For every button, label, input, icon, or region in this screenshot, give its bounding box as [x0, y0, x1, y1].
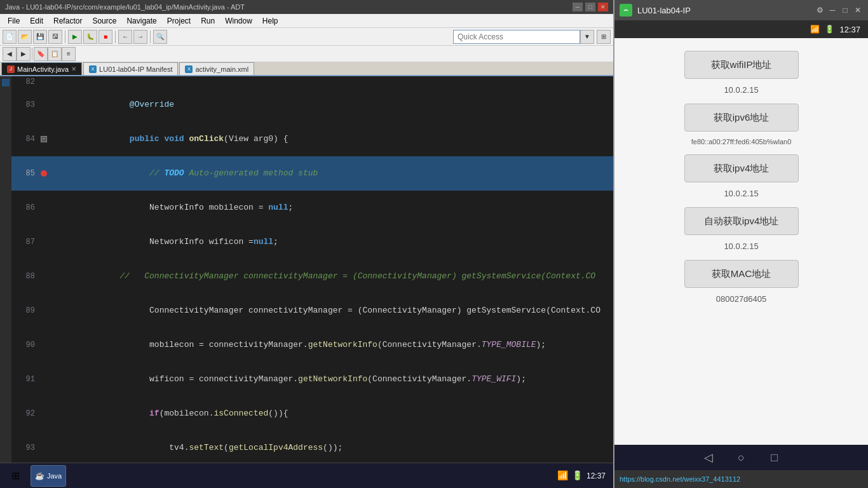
code-line-89: 89 ConnectivityManager connectivityManag…: [11, 294, 613, 328]
open-button[interactable]: 📂: [18, 30, 32, 44]
toolbar-extra1[interactable]: ⊞: [597, 30, 611, 44]
tab-close-mainactivity[interactable]: ✕: [71, 65, 76, 72]
breakpoint-85: [41, 170, 47, 177]
search-button[interactable]: 🔍: [153, 30, 167, 44]
editor-area: 82 83 @Override 84 −: [0, 76, 613, 475]
btn-wifi-ip[interactable]: 获取wifiIP地址: [684, 51, 799, 79]
menu-window[interactable]: Window: [220, 15, 257, 27]
phone-recent-btn[interactable]: □: [764, 447, 785, 468]
sep3: [150, 30, 151, 43]
wifi-status-icon: 📶: [810, 25, 820, 34]
close-button[interactable]: ✕: [598, 3, 608, 11]
menu-run[interactable]: Run: [196, 15, 220, 27]
phone-settings-button[interactable]: ⚙: [815, 6, 825, 15]
phone-app-icon: [620, 4, 632, 17]
line-num-89: 89: [11, 305, 40, 316]
code-text-83: @Override: [48, 88, 613, 122]
taskbar-app-java[interactable]: ☕ Java: [31, 465, 66, 487]
editor-left-gutter: [0, 76, 11, 475]
marker-85: [40, 170, 48, 177]
debug-button[interactable]: 🐛: [83, 30, 97, 44]
minimize-button[interactable]: ─: [573, 3, 583, 11]
menu-edit[interactable]: Edit: [25, 15, 48, 27]
stop-button[interactable]: ■: [98, 30, 112, 44]
toolbar-row1: 📄 📂 💾 🖫 ▶ 🐛 ■ ← → 🔍 ▼ ⊞: [0, 28, 613, 46]
save-all-button[interactable]: 🖫: [48, 30, 62, 44]
code-scroll[interactable]: 82 83 @Override 84 −: [11, 76, 613, 466]
code-line-85: 85 // TODO Auto-generated method stub: [11, 156, 613, 191]
bookmark-button[interactable]: 🔖: [34, 47, 48, 61]
menu-refactor[interactable]: Refactor: [48, 15, 87, 27]
tray-battery-icon: 🔋: [572, 470, 583, 481]
value-ipv6: fe80::a00:27ff:fed6:405b%wlan0: [691, 138, 792, 146]
adt-window: Java - LU01-lab04-IP/src/com/example/lu0…: [0, 0, 613, 488]
battery-status-icon: 🔋: [825, 25, 834, 34]
tray-network-icon: 📶: [557, 470, 568, 481]
outline-button[interactable]: ≡: [62, 47, 76, 61]
code-line-93: 93 tv4.setText(getLocalIpv4Address());: [11, 431, 613, 465]
new-button[interactable]: 📄: [3, 30, 17, 44]
line-num-92: 92: [11, 408, 40, 419]
code-text-89: ConnectivityManager connectivityManager …: [48, 294, 613, 328]
phone-back-btn[interactable]: ◁: [698, 447, 719, 468]
run-button[interactable]: ▶: [68, 30, 82, 44]
code-text-84: public void onClick(View arg0) {: [48, 122, 613, 156]
btn-mac[interactable]: 获取MAC地址: [684, 260, 799, 288]
code-container: 82 83 @Override 84 −: [11, 76, 613, 475]
menu-project[interactable]: Project: [162, 15, 196, 27]
code-line-86: 86 NetworkInfo mobilecon = null;: [11, 191, 613, 225]
phone-home-btn[interactable]: ○: [731, 447, 752, 468]
tab-mainactivity[interactable]: J MainActivity.java ✕: [1, 62, 82, 75]
tab-bar: J MainActivity.java ✕ X LU01-lab04-IP Ma…: [0, 62, 613, 76]
next-edit-button[interactable]: ▶: [17, 47, 31, 61]
btn-auto-ipv4[interactable]: 自动获取ipv4地址: [684, 207, 799, 235]
phone-minimize-button[interactable]: ─: [827, 6, 837, 15]
btn-ipv6[interactable]: 获取ipv6地址: [684, 104, 799, 132]
start-button[interactable]: ⊞: [3, 466, 28, 486]
tab-activity-xml[interactable]: X activity_main.xml: [179, 62, 254, 75]
title-bar: Java - LU01-lab04-IP/src/com/example/lu0…: [0, 0, 613, 14]
tab-label-manifest: LU01-lab04-IP Manifest: [99, 65, 172, 73]
phone-content: 获取wifiIP地址 10.0.2.15 获取ipv6地址 fe80::a00:…: [614, 38, 868, 445]
value-ipv4: 10.0.2.15: [724, 189, 758, 198]
line-num-87: 87: [11, 236, 40, 248]
prev-edit-button[interactable]: ◀: [3, 47, 17, 61]
toolbar-row2: ◀ ▶ 🔖 📋 ≡: [0, 46, 613, 62]
code-line-84: 84 − public void onClick(View arg0) {: [11, 122, 613, 156]
value-wifi-ip: 10.0.2.15: [724, 85, 758, 95]
menu-file[interactable]: File: [3, 15, 25, 27]
phone-close-button[interactable]: ✕: [853, 6, 863, 15]
code-text-85: // TODO Auto-generated method stub: [48, 156, 613, 191]
tab-label-activity-xml: activity_main.xml: [195, 65, 248, 73]
maximize-button[interactable]: □: [585, 3, 595, 11]
forward-button[interactable]: →: [133, 30, 147, 44]
tab-manifest[interactable]: X LU01-lab04-IP Manifest: [83, 62, 178, 75]
xml-icon: X: [185, 65, 193, 73]
collapse-84[interactable]: −: [41, 136, 47, 142]
sep4: [32, 48, 32, 60]
menu-navigate[interactable]: Navigate: [121, 15, 161, 27]
line-num-88: 88: [11, 271, 40, 282]
task-button[interactable]: 📋: [48, 47, 62, 61]
menu-help[interactable]: Help: [257, 15, 283, 27]
java-app-icon: ☕: [35, 471, 44, 480]
phone-maximize-button[interactable]: □: [840, 6, 850, 15]
btn-ipv4[interactable]: 获取ipv4地址: [684, 154, 799, 182]
gutter-marker: [2, 79, 10, 86]
phone-browser-bar: https://blog.csdn.net/weixx37_4413112: [614, 470, 868, 488]
line-num-91: 91: [11, 374, 40, 385]
quick-access-go[interactable]: ▼: [580, 30, 594, 44]
window-title: Java - LU01-lab04-IP/src/com/example/lu0…: [5, 3, 245, 11]
line-num-93: 93: [11, 442, 40, 454]
taskbar-java-label: Java: [47, 472, 62, 480]
code-line-91: 91 wificon = connectivityManager.getNetw…: [11, 362, 613, 396]
code-text-93: tv4.setText(getLocalIpv4Address());: [48, 431, 613, 465]
back-button[interactable]: ←: [118, 30, 132, 44]
system-clock: 12:37: [587, 471, 606, 480]
code-text-91: wificon = connectivityManager.getNetwork…: [48, 362, 613, 396]
save-button[interactable]: 💾: [33, 30, 47, 44]
code-text-90: mobilecon = connectivityManager.getNetwo…: [48, 328, 613, 362]
sep1: [65, 30, 65, 43]
quick-access-input[interactable]: [453, 30, 580, 44]
menu-source[interactable]: Source: [87, 15, 121, 27]
